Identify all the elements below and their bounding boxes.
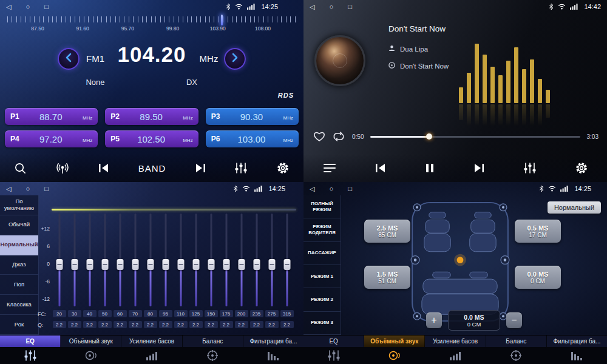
eq-band-slider[interactable] <box>279 214 294 306</box>
preset-p4[interactable]: P4 97.20 MHz <box>5 130 98 147</box>
seek-bar-knob[interactable] <box>426 133 432 140</box>
eq-band-slider[interactable] <box>112 214 127 306</box>
preset-p6[interactable]: P6 103.00 MHz <box>206 130 299 147</box>
favorite-heart-icon[interactable] <box>313 131 325 142</box>
home-icon[interactable]: ○ <box>25 182 30 195</box>
mode-driver[interactable]: РЕЖИМ ВОДИТЕЛЯ <box>304 218 341 241</box>
sound-profile-button[interactable]: Нормальный <box>548 201 601 214</box>
eq-band-slider[interactable] <box>188 214 203 306</box>
frequency-ruler[interactable] <box>7 16 296 22</box>
broadcast-antenna-icon[interactable] <box>55 163 70 174</box>
tab-filter[interactable]: Фильтрация ба... <box>547 335 607 347</box>
equalizer-sliders-icon[interactable] <box>523 162 537 174</box>
previous-track-icon[interactable] <box>98 163 110 174</box>
eq-band-slider[interactable] <box>52 214 67 306</box>
repeat-icon[interactable] <box>332 131 345 142</box>
tab-surround[interactable]: Объёмный звук <box>61 335 121 347</box>
eq-preset-rock[interactable]: Рок <box>0 315 38 335</box>
eq-band-slider[interactable] <box>203 214 219 306</box>
eq-slider-handle[interactable] <box>86 259 93 270</box>
eq-slider-handle[interactable] <box>238 259 245 270</box>
back-icon[interactable]: ◁ <box>310 182 314 195</box>
eq-band-slider[interactable] <box>264 214 279 306</box>
eq-slider-handle[interactable] <box>208 259 214 270</box>
recents-icon[interactable]: □ <box>44 182 49 195</box>
mode-1[interactable]: РЕЖИМ 1 <box>304 265 341 288</box>
eq-slider-handle[interactable] <box>132 259 138 270</box>
mode-full[interactable]: ПОЛНЫЙ РЕЖИМ <box>304 195 341 218</box>
preset-p1[interactable]: P1 88.70 MHz <box>5 108 98 125</box>
delay-front-left[interactable]: 2.5 MS 85 CM <box>364 220 410 243</box>
eq-band-slider[interactable] <box>173 214 188 306</box>
delay-rear-left[interactable]: 1.5 MS 51 CM <box>364 266 410 289</box>
eq-slider-handle[interactable] <box>117 259 123 270</box>
mode-3[interactable]: РЕЖИМ 3 <box>304 312 341 335</box>
back-icon[interactable]: ◁ <box>310 0 314 13</box>
bass-filter-icon[interactable] <box>546 350 607 361</box>
eq-slider-handle[interactable] <box>177 259 184 270</box>
eq-band-slider[interactable] <box>249 214 264 306</box>
eq-band-slider[interactable] <box>82 214 97 306</box>
eq-slider-handle[interactable] <box>71 259 78 270</box>
next-track-icon[interactable] <box>194 163 206 174</box>
surround-speaker-icon[interactable] <box>364 350 425 361</box>
settings-gear-icon[interactable] <box>276 161 290 175</box>
pause-icon[interactable] <box>425 163 435 174</box>
scan-search-icon[interactable] <box>14 162 27 175</box>
tab-bass-boost[interactable]: Усиление басов <box>425 335 486 347</box>
tab-surround[interactable]: Объёмный звук <box>364 335 425 347</box>
balance-target-icon[interactable] <box>182 349 243 362</box>
preset-p2[interactable]: P2 89.50 MHz <box>105 108 198 125</box>
tab-balance[interactable]: Баланс <box>486 335 547 347</box>
bass-filter-icon[interactable] <box>243 350 304 361</box>
bass-boost-icon[interactable] <box>425 350 486 361</box>
tune-down-button[interactable] <box>58 48 80 70</box>
eq-band-slider[interactable] <box>97 214 112 306</box>
eq-preset-jazz[interactable]: Джаз <box>0 255 38 275</box>
back-icon[interactable]: ◁ <box>6 182 11 195</box>
back-icon[interactable]: ◁ <box>6 0 11 13</box>
next-track-icon[interactable] <box>473 163 485 174</box>
eq-band-slider[interactable] <box>219 214 234 306</box>
delay-rear-right[interactable]: 0.0 MS 0 CM <box>515 266 561 289</box>
eq-preset-pop[interactable]: Поп <box>0 275 38 295</box>
tab-bass-boost[interactable]: Усиление басов <box>121 335 182 347</box>
eq-slider-handle[interactable] <box>147 259 154 270</box>
eq-band-slider[interactable] <box>158 214 173 306</box>
home-icon[interactable]: ○ <box>329 0 333 13</box>
tab-balance[interactable]: Баланс <box>183 335 243 347</box>
balance-target-icon[interactable] <box>486 349 546 362</box>
eq-band-slider[interactable] <box>143 214 158 306</box>
seek-bar[interactable] <box>370 136 580 138</box>
eq-slider-handle[interactable] <box>101 259 108 270</box>
mode-passenger[interactable]: ПАССАЖИР <box>304 242 341 265</box>
band-button[interactable]: BAND <box>138 163 166 174</box>
eq-preset-default[interactable]: По умолчанию <box>0 195 38 215</box>
settings-gear-icon[interactable] <box>575 161 588 175</box>
eq-slider-handle[interactable] <box>253 259 260 270</box>
eq-band-slider[interactable] <box>234 214 249 306</box>
recents-icon[interactable]: □ <box>348 182 352 195</box>
recents-icon[interactable]: □ <box>44 0 49 13</box>
previous-track-icon[interactable] <box>375 163 387 174</box>
home-icon[interactable]: ○ <box>25 0 30 13</box>
tab-filter[interactable]: Фильтрация ба... <box>243 335 304 347</box>
tab-eq[interactable]: EQ <box>304 335 364 347</box>
preset-p3[interactable]: P3 90.30 MHz <box>206 108 299 125</box>
delay-front-right[interactable]: 0.5 MS 17 CM <box>515 220 561 243</box>
eq-band-slider[interactable] <box>127 214 143 306</box>
recents-icon[interactable]: □ <box>348 0 352 13</box>
eq-band-slider[interactable] <box>67 214 82 306</box>
increase-delay-button[interactable]: + <box>426 312 442 328</box>
eq-preset-custom[interactable]: Обычай <box>0 215 38 235</box>
eq-slider-handle[interactable] <box>192 259 199 270</box>
playlist-icon[interactable] <box>323 163 336 174</box>
eq-slider-handle[interactable] <box>268 259 275 270</box>
eq-slider-handle[interactable] <box>283 259 290 270</box>
eq-slider-handle[interactable] <box>162 259 169 270</box>
decrease-delay-button[interactable]: − <box>506 312 522 328</box>
surround-speaker-icon[interactable] <box>61 350 121 361</box>
eq-slider-handle[interactable] <box>56 259 63 270</box>
eq-preset-classic[interactable]: Классика <box>0 295 38 315</box>
eq-preset-normal[interactable]: Нормальный <box>0 235 38 255</box>
